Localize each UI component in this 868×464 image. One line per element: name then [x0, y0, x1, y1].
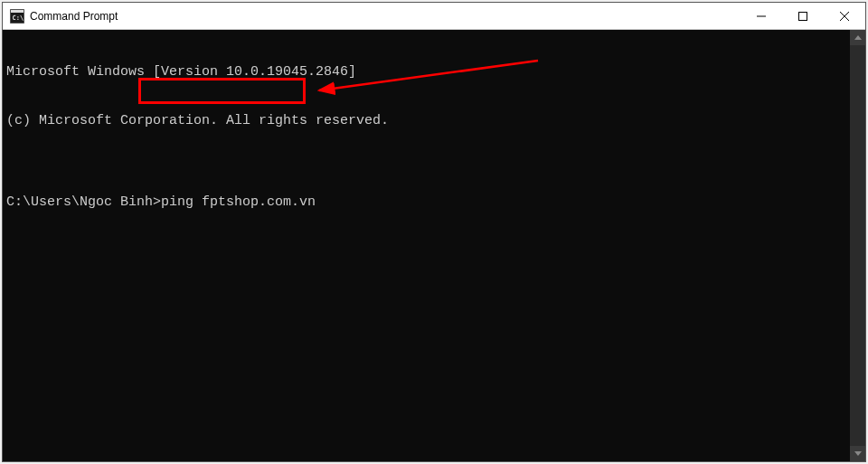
maximize-button[interactable] [782, 3, 824, 29]
scroll-down-button[interactable] [850, 446, 865, 461]
prompt: C:\Users\Ngoc Binh> [6, 194, 161, 211]
svg-rect-4 [799, 12, 807, 20]
window-title: Command Prompt [30, 10, 741, 23]
window-controls [741, 3, 865, 29]
command-text: ping fptshop.com.vn [161, 194, 316, 211]
titlebar[interactable]: C:\ Command Prompt [3, 3, 865, 30]
scrollbar[interactable] [850, 30, 865, 461]
prompt-line: C:\Users\Ngoc Binh>ping fptshop.com.vn [6, 194, 846, 211]
terminal-line: (c) Microsoft Corporation. All rights re… [6, 113, 846, 129]
cmd-icon: C:\ [10, 9, 24, 24]
terminal[interactable]: Microsoft Windows [Version 10.0.19045.28… [3, 30, 850, 461]
command-prompt-window: C:\ Command Prompt Microsoft Windows [Ve… [2, 2, 866, 462]
close-button[interactable] [824, 3, 865, 29]
arrow-annotation [3, 30, 850, 461]
highlight-annotation [138, 78, 306, 104]
svg-rect-1 [11, 10, 24, 13]
terminal-area: Microsoft Windows [Version 10.0.19045.28… [3, 30, 865, 461]
minimize-button[interactable] [741, 3, 782, 29]
scroll-up-button[interactable] [850, 30, 865, 45]
svg-text:C:\: C:\ [13, 14, 24, 21]
terminal-line: Microsoft Windows [Version 10.0.19045.28… [6, 64, 846, 80]
